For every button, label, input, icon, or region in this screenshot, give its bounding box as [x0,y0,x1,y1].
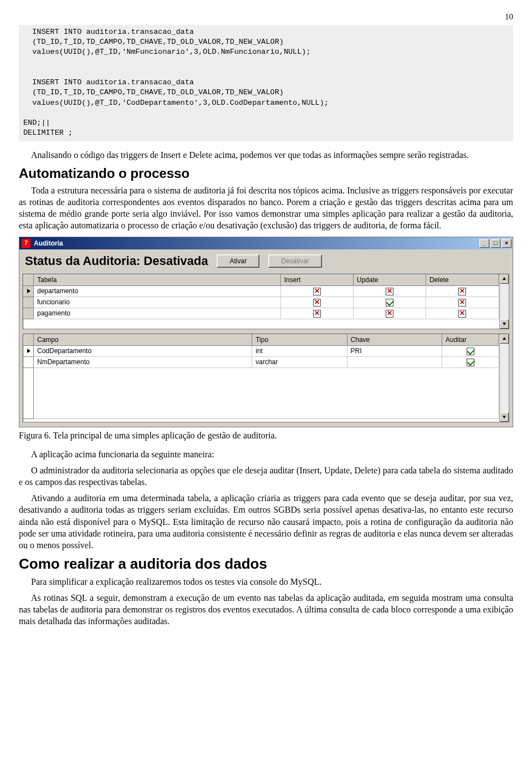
checkbox-icon [458,288,466,295]
col-header[interactable]: Auditar [442,334,499,345]
scroll-up-icon[interactable] [500,334,509,344]
maximize-button[interactable]: □ [490,239,500,248]
col-header[interactable]: Tipo [252,334,347,345]
paragraph: As rotinas SQL a seguir, demonstram a ex… [19,592,513,627]
svg-marker-1 [503,277,506,280]
cell-insert[interactable] [280,285,353,297]
scroll-up-icon[interactable] [500,274,509,284]
cell-auditar[interactable] [442,345,499,356]
svg-marker-0 [27,289,30,293]
cell-type[interactable]: varchar [252,356,347,367]
cell-insert[interactable] [280,297,353,308]
svg-marker-5 [503,416,506,418]
status-row: Status da Auditoria: Desativada Ativar D… [19,249,513,274]
code-block-sql: INSERT INTO auditoria.transacao_data (TD… [19,25,513,141]
col-header[interactable]: Update [353,274,426,285]
cell-update[interactable] [353,308,426,319]
table-row[interactable]: CodDepartamento int PRI [24,345,499,356]
cell-type[interactable]: int [252,345,347,356]
checkbox-icon [458,310,466,318]
close-button[interactable]: × [502,239,511,248]
cell-update[interactable] [353,285,426,297]
cell-insert[interactable] [280,308,353,319]
row-indicator-icon [24,285,34,297]
cell-auditar[interactable] [442,356,499,367]
status-label: Status da Auditoria: Desativada [25,254,208,268]
cell-key[interactable]: PRI [347,345,442,356]
checkbox-icon [386,299,393,307]
section-heading-automation: Automatizando o processo [19,166,513,181]
paragraph: Para simplificar a explicação realizarem… [19,576,513,588]
desativar-button[interactable]: Desativar [268,254,322,268]
col-header[interactable]: Campo [34,334,252,345]
checkbox-icon [313,310,321,318]
checkbox-icon [313,288,321,295]
checkbox-icon [313,299,321,307]
cell-field-name[interactable]: NmDepartamento [34,356,252,367]
minimize-button[interactable]: _ [479,239,489,248]
paragraph: Ativando a auditoria em uma determinada … [19,492,513,551]
page-number: 10 [19,12,513,22]
figure-caption: Figura 6. Tela principal de uma simples … [19,431,513,441]
table-row[interactable]: pagamento [24,308,499,319]
table-row[interactable]: NmDepartamento varchar [24,356,499,367]
checkbox-icon [386,288,393,295]
table-header-row: Campo Tipo Chave Auditar [24,334,499,345]
tables-grid[interactable]: Tabela Insert Update Delete departamento [23,274,509,329]
title-bar[interactable]: 7 Auditoria _ □ × [19,237,513,249]
checkbox-icon [467,359,474,366]
scroll-down-icon[interactable] [500,412,509,422]
cell-key[interactable] [347,356,442,367]
col-header[interactable]: Chave [347,334,442,345]
cell-delete[interactable] [426,285,498,297]
cell-table-name[interactable]: departamento [34,285,281,297]
table-row[interactable]: funcionario [24,297,499,308]
col-header[interactable]: Delete [426,274,498,285]
paragraph: Analisando o código das triggers de Inse… [19,149,513,161]
cell-field-name[interactable]: CodDepartamento [34,345,252,356]
scrollbar-vertical[interactable] [499,274,509,329]
cell-update[interactable] [353,297,426,308]
ativar-button[interactable]: Ativar [217,254,259,268]
window-title: Auditoria [34,239,479,247]
checkbox-icon [386,310,393,318]
cell-delete[interactable] [426,297,498,308]
paragraph: O administrador da auditoria selecionari… [19,464,513,488]
section-heading-how-to-audit: Como realizar a auditoria dos dados [19,555,513,573]
app-icon: 7 [22,239,30,248]
scrollbar-vertical[interactable] [499,334,509,422]
scroll-down-icon[interactable] [500,319,509,329]
svg-marker-2 [503,323,506,325]
cell-table-name[interactable]: pagamento [34,308,281,319]
paragraph: A aplicação acima funcionaria da seguint… [19,448,513,460]
col-header[interactable]: Tabela [34,274,281,285]
app-window: 7 Auditoria _ □ × Status da Auditoria: D… [19,237,513,427]
fields-grid[interactable]: Campo Tipo Chave Auditar CodDepartamento… [23,334,509,422]
cell-delete[interactable] [426,308,498,319]
table-header-row: Tabela Insert Update Delete [24,274,499,285]
checkbox-icon [458,299,466,307]
row-indicator-icon [24,345,34,356]
table-row[interactable]: departamento [24,285,499,297]
table-blank-area [24,367,499,418]
svg-marker-3 [27,349,30,353]
cell-table-name[interactable]: funcionario [34,297,281,308]
svg-marker-4 [503,337,506,340]
col-header[interactable]: Insert [280,274,353,285]
paragraph: Toda a estrutura necessária para o siste… [19,185,513,231]
checkbox-icon [467,348,474,355]
